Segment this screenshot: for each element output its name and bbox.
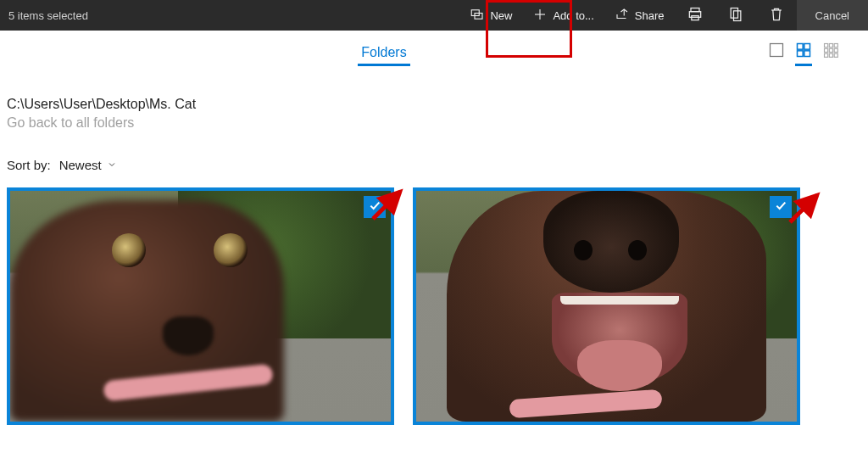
trash-icon: [768, 6, 785, 25]
cancel-button[interactable]: Cancel: [797, 0, 868, 31]
copy-button[interactable]: [715, 0, 756, 31]
print-button[interactable]: [675, 0, 715, 31]
print-icon: [687, 6, 704, 25]
new-button[interactable]: New: [459, 0, 522, 31]
view-mode-switch: [768, 42, 868, 66]
svg-rect-13: [798, 50, 804, 56]
new-label: New: [490, 9, 512, 22]
plus-icon: [532, 7, 548, 25]
svg-rect-10: [771, 43, 783, 56]
svg-rect-20: [834, 48, 837, 52]
thumbnail-image: [416, 191, 797, 422]
copy-icon: [727, 6, 744, 25]
svg-rect-8: [731, 8, 737, 18]
selection-checkmark[interactable]: [364, 196, 386, 218]
new-icon: [470, 7, 485, 25]
selection-count-text: 5 items selected: [0, 9, 459, 22]
svg-rect-16: [829, 43, 832, 47]
svg-rect-19: [829, 48, 832, 52]
svg-rect-7: [691, 15, 698, 20]
add-to-label: Add to...: [553, 9, 593, 22]
sort-dropdown[interactable]: Newest: [59, 158, 117, 172]
svg-rect-11: [798, 43, 804, 49]
view-single-button[interactable]: [768, 42, 785, 66]
photo-thumbnail[interactable]: [413, 187, 800, 425]
selection-toolbar: 5 items selected New Add to... Share: [0, 0, 868, 31]
cancel-label: Cancel: [815, 9, 849, 22]
share-button[interactable]: Share: [604, 0, 675, 31]
share-label: Share: [635, 9, 665, 22]
svg-rect-14: [804, 50, 810, 56]
add-to-button[interactable]: Add to...: [522, 0, 604, 31]
view-medium-grid-button[interactable]: [795, 42, 812, 66]
thumbnail-image: [10, 191, 391, 422]
svg-rect-15: [825, 43, 828, 47]
tabs-row: Folders: [0, 31, 868, 76]
svg-rect-18: [825, 48, 828, 52]
svg-rect-22: [829, 53, 832, 57]
svg-rect-12: [804, 43, 810, 49]
svg-rect-17: [834, 43, 837, 47]
path-block: C:\Users\User\Desktop\Ms. Cat Go back to…: [0, 76, 868, 131]
sort-value-text: Newest: [59, 158, 102, 172]
svg-rect-5: [691, 8, 699, 11]
view-small-grid-button[interactable]: [822, 42, 839, 66]
svg-rect-21: [825, 53, 828, 57]
selection-checkmark[interactable]: [770, 196, 792, 218]
check-icon: [368, 198, 381, 215]
svg-rect-23: [834, 53, 837, 57]
check-icon: [774, 198, 787, 215]
tab-folders[interactable]: Folders: [358, 42, 409, 66]
chevron-down-icon: [107, 158, 117, 172]
svg-rect-9: [733, 10, 740, 20]
current-path: C:\Users\User\Desktop\Ms. Cat: [7, 97, 861, 112]
back-to-folders-link[interactable]: Go back to all folders: [7, 115, 861, 131]
delete-button[interactable]: [756, 0, 797, 31]
photo-thumbnail[interactable]: [7, 187, 394, 425]
share-icon: [615, 7, 630, 25]
sort-label: Sort by:: [7, 158, 51, 172]
sort-row: Sort by: Newest: [0, 131, 868, 172]
photo-grid: [0, 172, 868, 425]
